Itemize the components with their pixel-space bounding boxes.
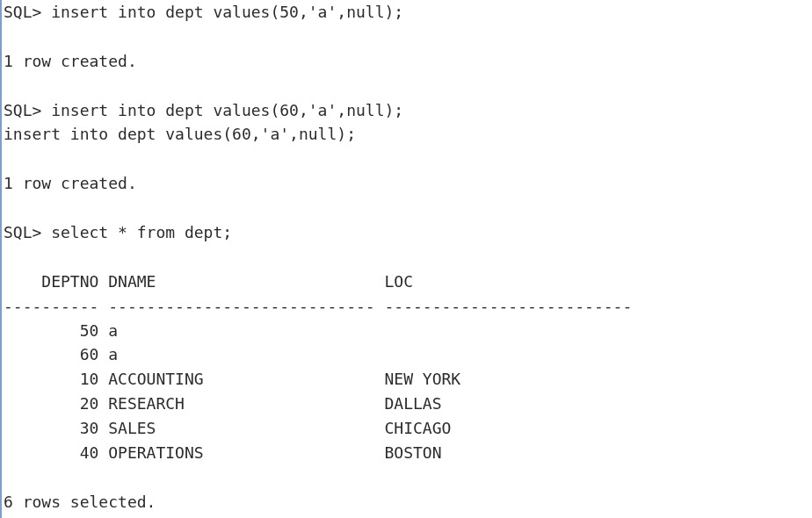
table-header: DEPTNO DNAME LOC — [4, 270, 812, 294]
result-line: 6 rows selected. — [4, 490, 812, 514]
blank-line — [4, 245, 812, 270]
table-row: 20 RESEARCH DALLAS — [4, 392, 812, 416]
sql-command: insert into dept values(50,'a',null); — [51, 3, 403, 21]
sql-line-2: SQL> insert into dept values(60,'a',null… — [4, 98, 812, 123]
blank-line — [4, 147, 812, 171]
table-row: 60 a — [4, 342, 812, 367]
table-row: 50 a — [4, 319, 812, 343]
table-divider: ---------- ---------------------------- … — [4, 294, 812, 319]
sql-command: select * from dept; — [51, 223, 232, 241]
result-line: 1 row created. — [4, 49, 812, 74]
sql-line-3: SQL> select * from dept; — [4, 220, 812, 245]
table-row: 30 SALES CHICAGO — [4, 416, 812, 441]
sql-prompt: SQL> — [4, 223, 51, 241]
sql-command: insert into dept values(60,'a',null); — [51, 101, 403, 119]
table-row: 10 ACCOUNTING NEW YORK — [4, 367, 812, 392]
sql-echo-line: insert into dept values(60,'a',null); — [4, 122, 812, 147]
sql-prompt: SQL> — [4, 3, 51, 21]
table-row: 40 OPERATIONS BOSTON — [4, 441, 812, 465]
blank-line — [4, 465, 812, 490]
blank-line — [4, 25, 812, 49]
sql-line-1: SQL> insert into dept values(50,'a',null… — [4, 0, 812, 25]
result-line: 1 row created. — [4, 171, 812, 196]
blank-line — [4, 196, 812, 220]
blank-line — [4, 74, 812, 98]
sql-prompt: SQL> — [4, 101, 51, 119]
